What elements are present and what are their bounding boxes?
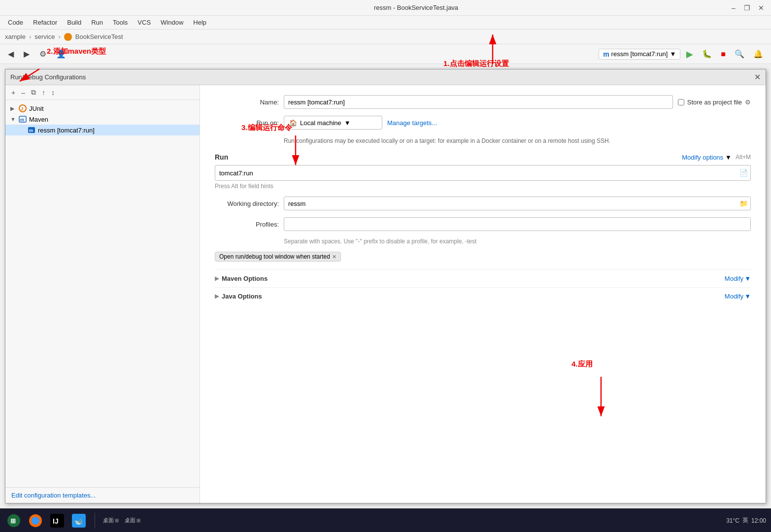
- menu-vcs[interactable]: VCS: [134, 18, 155, 27]
- run-on-dropdown[interactable]: 🏠 Local machine ▼: [284, 116, 382, 130]
- taskbar-desk2-button[interactable]: 桌面 ⊞: [124, 512, 141, 530]
- taskbar-desk1-icon: ⊞: [115, 518, 119, 523]
- close-window-button[interactable]: ✕: [756, 3, 766, 13]
- store-project-label: Store as project file: [687, 99, 742, 106]
- stop-button[interactable]: ■: [718, 48, 729, 60]
- folder-browse-button[interactable]: 📁: [737, 199, 750, 208]
- svg-text:⊞: ⊞: [10, 517, 16, 525]
- taskbar: ⊞ IJ 🐋 桌面 ⊞ 桌面 ⊞ 31°C 英 12:00: [0, 508, 771, 532]
- maven-modify-arrow: ▼: [744, 275, 751, 282]
- maximize-button[interactable]: ❐: [742, 3, 752, 13]
- maven-modify-link[interactable]: Modify ▼: [725, 275, 751, 282]
- working-dir-input[interactable]: [284, 197, 751, 210]
- java-options-header[interactable]: ▶ Java Options Modify ▼: [215, 287, 751, 305]
- name-input[interactable]: [284, 95, 673, 109]
- bookservice-icon: [64, 33, 72, 41]
- copy-config-button[interactable]: ⧉: [29, 87, 38, 98]
- add-config-button[interactable]: +: [9, 88, 17, 98]
- tree-junit-item[interactable]: ▶ J JUnit: [5, 103, 200, 114]
- java-expand-arrow: ▶: [215, 293, 219, 299]
- press-alt-hint: Press Alt for field hints: [215, 183, 751, 190]
- menu-run[interactable]: Run: [87, 18, 107, 27]
- open-tool-window-label: Open run/debug tool window when started: [219, 253, 330, 260]
- dialog-close-button[interactable]: ✕: [754, 72, 761, 82]
- run-config-selector[interactable]: m ressm [tomcat7:run] ▼: [599, 49, 680, 60]
- maven-expand-icon: ▼: [10, 116, 18, 122]
- toolbar: ◀ ▶ ⚙ 👤 m ressm [tomcat7:run] ▼ ▶ 🐛 ■ 🔍 …: [0, 44, 771, 64]
- weather-temp: 31°C: [726, 517, 739, 524]
- breadcrumb-bar: xample › service › BookServiceTest: [0, 30, 771, 44]
- svg-text:IJ: IJ: [53, 517, 59, 525]
- run-command-input[interactable]: [215, 165, 751, 181]
- run-button[interactable]: ▶: [683, 47, 696, 61]
- taskbar-start-button[interactable]: ⊞: [5, 512, 23, 530]
- profiles-input[interactable]: [284, 217, 751, 231]
- maven-options-label: Maven Options: [222, 275, 268, 282]
- run-config-name: ressm [tomcat7:run]: [611, 50, 668, 58]
- toolbar-user-button[interactable]: 👤: [53, 48, 69, 60]
- edit-templates-link[interactable]: Edit configuration templates...: [5, 487, 200, 503]
- run-section-title: Run: [215, 153, 228, 161]
- toolbar-back-button[interactable]: ◀: [5, 48, 17, 60]
- java-modify-link[interactable]: Modify ▼: [725, 293, 751, 300]
- notification-button[interactable]: 🔔: [750, 48, 766, 60]
- run-section-header: Run Modify options ▼ Alt+M: [215, 153, 751, 161]
- manage-targets-link[interactable]: Manage targets...: [387, 119, 437, 127]
- run-on-row: Run on: 🏠 Local machine ▼ Manage targets…: [215, 116, 751, 130]
- store-project-checkbox[interactable]: [678, 99, 684, 105]
- toolbar-settings-button[interactable]: ⚙: [36, 48, 49, 60]
- taskbar-intellij-button[interactable]: IJ: [48, 512, 66, 530]
- taskbar-desk1-label: 桌面: [103, 517, 114, 524]
- modify-options-link[interactable]: Modify options: [682, 154, 723, 161]
- run-debug-dialog: Run/Debug Configurations ✕ + – ⧉ ↑ ↕ ▶: [5, 69, 766, 503]
- junit-label: JUnit: [29, 105, 44, 112]
- working-dir-row: Working directory: 📁: [215, 197, 751, 210]
- breadcrumb-bookservicetest[interactable]: BookServiceTest: [75, 33, 123, 40]
- debug-button[interactable]: 🐛: [699, 48, 715, 60]
- menu-refactor[interactable]: Refactor: [29, 18, 61, 27]
- breadcrumb-xample[interactable]: xample: [5, 33, 26, 40]
- junit-expand-icon: ▶: [10, 105, 18, 112]
- config-tree-panel: + – ⧉ ↑ ↕ ▶ J: [5, 85, 200, 503]
- svg-text:m: m: [20, 117, 24, 122]
- config-form-panel: Name: Store as project file ⚙ Run on: 🏠 …: [200, 85, 766, 503]
- title-bar: ressm - BookServiceTest.java – ❐ ✕: [0, 0, 771, 16]
- taskbar-browser-button[interactable]: [27, 512, 44, 530]
- run-config-dropdown-icon: ▼: [670, 50, 676, 58]
- taskbar-docker-button[interactable]: 🐋: [70, 512, 88, 530]
- toolbar-forward-button[interactable]: ▶: [21, 48, 33, 60]
- java-options-label: Java Options: [222, 293, 262, 300]
- move-up-button[interactable]: ↑: [40, 88, 47, 98]
- junit-icon: J: [18, 104, 27, 112]
- svg-text:m: m: [29, 128, 33, 133]
- taskbar-desk1-button[interactable]: 桌面 ⊞: [102, 512, 120, 530]
- sort-button[interactable]: ↕: [49, 88, 57, 98]
- dialog-title-bar: Run/Debug Configurations ✕: [5, 69, 766, 85]
- minimize-button[interactable]: –: [729, 3, 738, 13]
- chip-close-icon[interactable]: ✕: [332, 254, 336, 260]
- breadcrumb-sep1: ›: [29, 33, 31, 40]
- dropdown-arrow-icon: ▼: [344, 119, 351, 127]
- remove-config-button[interactable]: –: [19, 88, 27, 98]
- alt-hint-text: Alt+M: [736, 154, 751, 161]
- java-modify-label: Modify: [725, 293, 743, 300]
- name-label: Name:: [215, 99, 279, 106]
- tree-maven-child-item[interactable]: m ressm [tomcat7:run]: [5, 125, 200, 135]
- menu-help[interactable]: Help: [189, 18, 210, 27]
- menu-window[interactable]: Window: [157, 18, 187, 27]
- tree-maven-item[interactable]: ▼ m Maven: [5, 114, 200, 125]
- run-command-wrapper: 📄: [215, 165, 751, 181]
- menu-code[interactable]: Code: [4, 18, 27, 27]
- gear-settings-icon[interactable]: ⚙: [745, 99, 751, 106]
- breadcrumb-service[interactable]: service: [34, 33, 55, 40]
- taskbar-keyboard-lang: 英: [742, 516, 748, 525]
- search-button[interactable]: 🔍: [732, 48, 747, 60]
- menu-build[interactable]: Build: [63, 18, 85, 27]
- menu-tools[interactable]: Tools: [109, 18, 132, 27]
- open-tool-window-chip[interactable]: Open run/debug tool window when started …: [215, 252, 341, 262]
- menu-bar: Code Refactor Build Run Tools VCS Window…: [0, 16, 771, 30]
- run-info-text: Run configurations may be executed local…: [284, 136, 751, 145]
- maven-child-icon: m: [27, 126, 36, 134]
- tree-toolbar: + – ⧉ ↑ ↕: [5, 85, 200, 100]
- maven-options-header[interactable]: ▶ Maven Options Modify ▼: [215, 269, 751, 287]
